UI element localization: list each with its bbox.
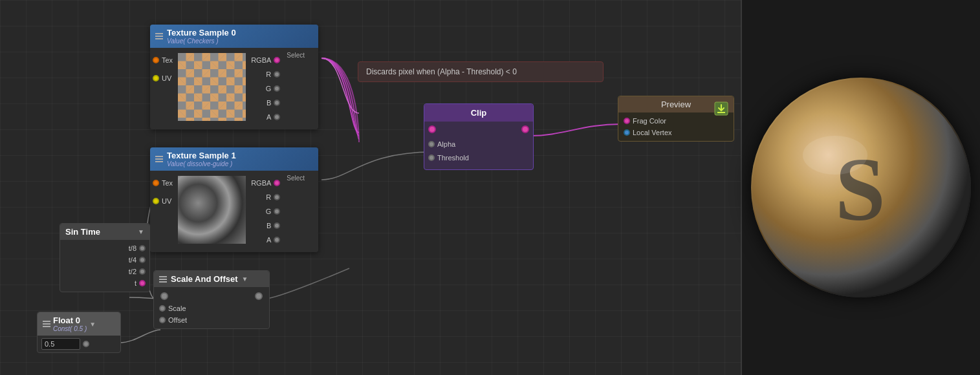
texture1-b-label: B	[267, 222, 271, 230]
texture1-b-port: B	[267, 220, 280, 231]
sphere-svg: S	[751, 78, 971, 297]
texture0-uv-dot[interactable]	[153, 75, 159, 81]
texture0-b-dot[interactable]	[274, 100, 280, 106]
texture0-rgba-dot[interactable]	[274, 57, 280, 63]
clip-alpha-port: Alpha	[428, 138, 529, 150]
texture1-menu-icon[interactable]	[155, 156, 163, 162]
sintime-body: t/8 t/4 t/2 t	[60, 240, 149, 292]
texture0-uv-label: UV	[162, 74, 171, 82]
offset-port: Offset	[154, 314, 269, 326]
texture1-b-dot[interactable]	[274, 222, 280, 229]
texture0-select-label: Select	[283, 50, 309, 127]
clip-threshold-dot[interactable]	[428, 155, 435, 161]
sintime-t8-dot[interactable]	[139, 245, 146, 252]
scale-offset-dot[interactable]	[159, 317, 166, 323]
texture1-a-port: A	[267, 234, 280, 246]
texture1-body: Tex UV RGBA R	[150, 171, 318, 252]
clip-title: Clip	[471, 108, 487, 118]
float0-menu-icon[interactable]	[43, 321, 50, 327]
texture1-uv-port: UV	[153, 195, 173, 207]
texture0-rgba-port: RGBA	[251, 54, 280, 66]
texture0-menu-icon[interactable]	[155, 33, 163, 39]
node-canvas[interactable]: Texture Sample 0 Value( Checkers ) Tex U…	[0, 0, 741, 375]
texture1-a-dot[interactable]	[274, 237, 280, 243]
scale-input-right-dot[interactable]	[255, 292, 263, 300]
texture0-a-port: A	[267, 111, 280, 123]
preview-download-icon[interactable]	[714, 102, 728, 118]
preview-localvertex-dot[interactable]	[624, 129, 630, 136]
scale-scale-dot[interactable]	[159, 305, 166, 312]
sintime-t-port: t	[60, 277, 149, 289]
sintime-header: Sin Time ▼	[60, 224, 149, 240]
float0-output-dot[interactable]	[83, 341, 89, 347]
clip-body: Alpha Threshold	[424, 122, 533, 169]
texture0-a-dot[interactable]	[274, 114, 280, 120]
scale-header: Scale And Offset ▼	[154, 271, 269, 287]
float0-value-input[interactable]	[41, 338, 80, 350]
texture1-uv-label: UV	[162, 197, 171, 205]
texture1-rgba-dot[interactable]	[274, 180, 280, 186]
float0-value-row	[38, 336, 120, 352]
texture0-b-label: B	[267, 99, 271, 107]
texture0-r-dot[interactable]	[274, 71, 280, 78]
texture1-a-label: A	[267, 236, 271, 244]
scale-input-left-dot[interactable]	[160, 292, 168, 300]
scale-scale-label: Scale	[168, 305, 186, 312]
sintime-t4-label: t/4	[129, 256, 136, 264]
texture0-preview	[178, 53, 246, 121]
float0-title: Float 0	[53, 316, 87, 325]
scale-title: Scale And Offset	[171, 274, 238, 284]
texture0-r-label: R	[266, 70, 271, 78]
texture1-uv-dot[interactable]	[153, 198, 159, 204]
clip-alpha-dot[interactable]	[428, 141, 435, 147]
sintime-t8-port: t/8	[60, 242, 149, 254]
float0-dropdown-icon[interactable]: ▼	[89, 321, 96, 328]
sintime-dropdown-icon[interactable]: ▼	[138, 228, 144, 235]
texture-sample-1-node: Texture Sample 1 Value( dissolve-guide )…	[150, 147, 318, 252]
texture1-r-label: R	[266, 193, 271, 201]
scale-port: Scale	[154, 303, 269, 314]
clip-top-left-dot[interactable]	[428, 125, 436, 133]
sintime-t-label: t	[135, 279, 136, 287]
texture1-right-ports: RGBA R G B A	[248, 173, 283, 250]
texture0-left-ports: Tex UV	[150, 50, 175, 88]
float0-header: Float 0 Const( 0.5 ) ▼	[38, 312, 120, 336]
preview-fragcolor-label: Frag Color	[633, 117, 666, 125]
sintime-t2-dot[interactable]	[139, 268, 146, 275]
clip-top-right-dot[interactable]	[521, 125, 529, 133]
preview-fragcolor-dot[interactable]	[624, 118, 630, 124]
texture0-subtitle: Value( Checkers )	[167, 38, 236, 45]
texture0-tex-port: Tex	[153, 54, 173, 66]
sintime-t-dot[interactable]	[139, 280, 146, 286]
texture1-select-label: Select	[283, 173, 309, 250]
preview-canvas-node: Preview Frag Color Local Vertex	[618, 96, 734, 142]
texture0-g-dot[interactable]	[274, 85, 280, 92]
preview-body: Frag Color Local Vertex	[618, 112, 734, 141]
texture1-tex-dot[interactable]	[153, 180, 159, 186]
texture1-title: Texture Sample 1	[167, 151, 236, 160]
sintime-node: Sin Time ▼ t/8 t/4 t/2 t	[60, 223, 150, 292]
scale-dropdown-icon[interactable]: ▼	[242, 275, 248, 283]
texture1-r-dot[interactable]	[274, 194, 280, 200]
clip-header: Clip	[424, 104, 533, 122]
texture1-preview	[178, 176, 246, 244]
discard-label: Discards pixel when (Alpha - Threshold) …	[366, 67, 517, 76]
texture1-g-dot[interactable]	[274, 208, 280, 215]
texture1-left-ports: Tex UV	[150, 173, 175, 211]
texture0-g-port: G	[266, 83, 281, 94]
sintime-t2-port: t/2	[60, 266, 149, 277]
texture0-title: Texture Sample 0	[167, 28, 236, 38]
texture0-uv-port: UV	[153, 72, 173, 84]
texture1-rgba-label: RGBA	[251, 179, 271, 187]
scale-offset-label: Offset	[168, 316, 187, 324]
texture0-tex-dot[interactable]	[153, 57, 159, 63]
texture0-rgba-label: RGBA	[251, 56, 271, 64]
texture0-header: Texture Sample 0 Value( Checkers )	[150, 25, 318, 48]
sintime-t4-dot[interactable]	[139, 257, 146, 263]
scale-menu-icon[interactable]	[159, 276, 167, 283]
sintime-t2-label: t/2	[129, 268, 136, 275]
clip-threshold-port: Threshold	[428, 152, 529, 164]
preview-localvertex-label: Local Vertex	[633, 129, 672, 136]
texture-sample-0-node: Texture Sample 0 Value( Checkers ) Tex U…	[150, 25, 318, 129]
discard-node: Discards pixel when (Alpha - Threshold) …	[358, 61, 604, 82]
